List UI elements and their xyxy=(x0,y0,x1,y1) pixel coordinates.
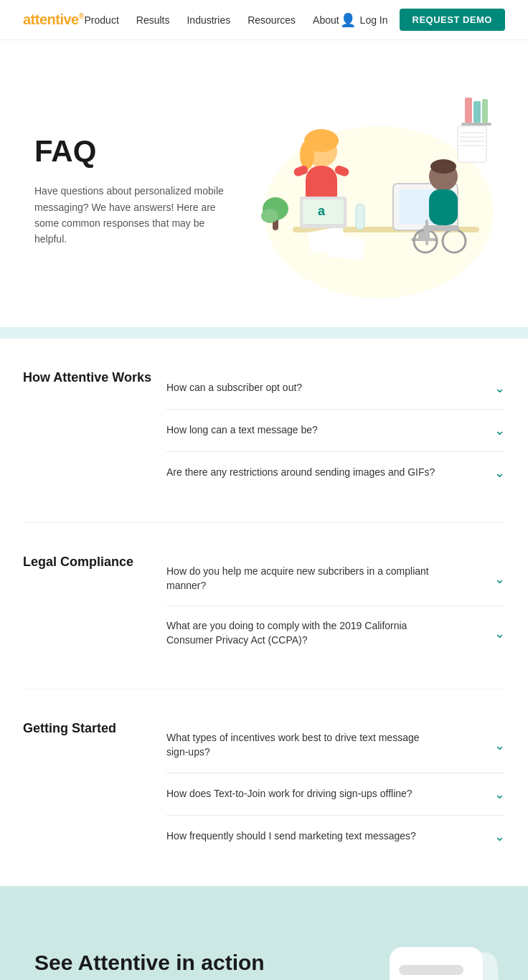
faq-item[interactable]: How can a subscriber opt out? ⌄ xyxy=(166,367,505,410)
svg-point-20 xyxy=(261,209,278,223)
faq-container: How Attentive Works How can a subscriber… xyxy=(0,339,528,886)
svg-rect-3 xyxy=(326,235,364,260)
nav-links: Product Results Industries Resources Abo… xyxy=(85,14,339,26)
faq-items-legal: How do you help me acquire new subcriber… xyxy=(166,552,505,660)
faq-question: Are there any restrictions around sendin… xyxy=(166,466,435,480)
faq-question: How does Text-to-Join work for driving s… xyxy=(166,787,412,801)
svg-text:a: a xyxy=(318,204,326,218)
svg-rect-30 xyxy=(460,136,484,138)
faq-category-how-works: How Attentive Works xyxy=(23,367,166,494)
svg-rect-36 xyxy=(461,123,491,126)
svg-rect-28 xyxy=(458,126,486,162)
faq-question: How frequently should I send marketing t… xyxy=(166,829,416,844)
svg-rect-23 xyxy=(429,189,458,225)
faq-question: How long can a text message be? xyxy=(166,423,318,438)
chevron-down-icon: ⌄ xyxy=(494,423,505,438)
chevron-down-icon: ⌄ xyxy=(494,829,505,844)
faq-item[interactable]: What are you doing to comply with the 20… xyxy=(166,606,505,660)
faq-illustration: a xyxy=(235,83,494,298)
svg-rect-35 xyxy=(482,99,488,123)
faq-section-getting-started: Getting Started What types of incentives… xyxy=(23,689,505,885)
navbar: attentive® Product Results Industries Re… xyxy=(0,0,528,40)
svg-point-10 xyxy=(300,141,314,169)
svg-rect-31 xyxy=(460,141,484,142)
svg-point-22 xyxy=(430,159,456,174)
svg-rect-38 xyxy=(390,947,483,980)
faq-items-how-works: How can a subscriber opt out? ⌄ How long… xyxy=(166,367,505,494)
user-icon: 👤 xyxy=(340,12,356,28)
faq-question: How can a subscriber opt out? xyxy=(166,381,302,395)
nav-results[interactable]: Results xyxy=(136,14,170,26)
faq-item[interactable]: How does Text-to-Join work for driving s… xyxy=(166,773,505,816)
svg-rect-32 xyxy=(460,145,484,146)
faq-category-getting-started: Getting Started xyxy=(23,718,166,857)
teal-divider xyxy=(0,327,528,339)
navbar-right: 👤 Log In REQUEST DEMO xyxy=(340,9,505,31)
hero-description: Have questions about personalized mobile… xyxy=(34,183,235,248)
cta-text: See Attentive in action Request a time t… xyxy=(34,951,278,980)
logo-sup: ® xyxy=(79,12,84,20)
navbar-request-demo-button[interactable]: REQUEST DEMO xyxy=(400,9,505,31)
faq-question: How do you help me acquire new subcriber… xyxy=(166,565,439,593)
faq-section-legal: Legal Compliance How do you help me acqu… xyxy=(23,523,505,689)
cta-section: See Attentive in action Request a time t… xyxy=(0,886,528,980)
faq-item[interactable]: How do you help me acquire new subcriber… xyxy=(166,552,505,606)
hero-section: FAQ Have questions about personalized mo… xyxy=(0,40,528,327)
hero-title: FAQ xyxy=(34,134,235,169)
faq-item[interactable]: What types of incentives work best to dr… xyxy=(166,718,505,773)
hero-illustration: a xyxy=(235,83,494,298)
svg-rect-17 xyxy=(356,204,364,230)
faq-question: What are you doing to comply with the 20… xyxy=(166,619,439,647)
faq-item[interactable]: Are there any restrictions around sendin… xyxy=(166,452,505,494)
chevron-down-icon: ⌄ xyxy=(494,626,505,641)
nav-product[interactable]: Product xyxy=(85,14,119,26)
svg-rect-27 xyxy=(425,220,428,245)
faq-items-getting-started: What types of incentives work best to dr… xyxy=(166,718,505,857)
chevron-down-icon: ⌄ xyxy=(494,571,505,587)
svg-rect-26 xyxy=(423,225,459,231)
svg-rect-39 xyxy=(399,965,463,975)
login-button[interactable]: 👤 Log In xyxy=(340,12,388,28)
nav-resources[interactable]: Resources xyxy=(248,14,296,26)
nav-industries[interactable]: Industries xyxy=(187,14,230,26)
faq-category-legal: Legal Compliance xyxy=(23,552,166,660)
cta-title: See Attentive in action xyxy=(34,951,278,975)
nav-about[interactable]: About xyxy=(313,14,339,26)
chevron-down-icon: ⌄ xyxy=(494,738,505,753)
faq-item[interactable]: How frequently should I send marketing t… xyxy=(166,816,505,857)
chevron-down-icon: ⌄ xyxy=(494,465,505,481)
faq-question: What types of incentives work best to dr… xyxy=(166,731,439,759)
svg-rect-33 xyxy=(465,98,472,123)
svg-rect-29 xyxy=(460,132,484,133)
hero-text: FAQ Have questions about personalized mo… xyxy=(34,134,235,248)
faq-section-how-works: How Attentive Works How can a subscriber… xyxy=(23,339,505,523)
login-label: Log In xyxy=(360,14,388,26)
brand-logo[interactable]: attentive® xyxy=(23,11,84,28)
svg-rect-34 xyxy=(473,101,481,123)
faq-item[interactable]: How long can a text message be? ⌄ xyxy=(166,410,505,452)
phone-mockup: 😊 ✨ xyxy=(350,936,494,980)
phone-illustration: 😊 ✨ xyxy=(350,936,508,980)
logo-text: attentive xyxy=(23,11,79,27)
chevron-down-icon: ⌄ xyxy=(494,380,505,396)
chevron-down-icon: ⌄ xyxy=(494,786,505,802)
